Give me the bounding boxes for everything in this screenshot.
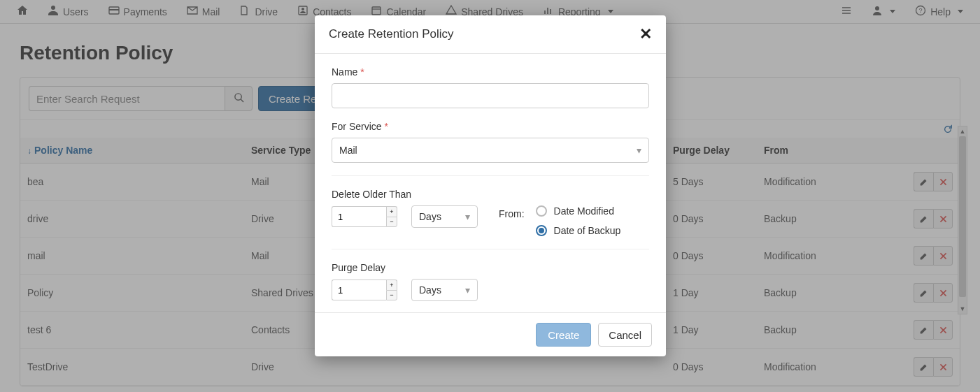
- chevron-down-icon: ▾: [637, 145, 641, 156]
- radio-date-backup[interactable]: Date of Backup: [536, 225, 621, 236]
- radio-icon: [536, 205, 547, 217]
- modal-title: Create Retention Policy: [329, 27, 454, 41]
- cancel-button[interactable]: Cancel: [598, 323, 652, 347]
- close-icon[interactable]: ✕: [639, 27, 652, 42]
- create-button[interactable]: Create: [536, 323, 591, 347]
- radio-selected-icon: [536, 225, 547, 236]
- service-label: For Service *: [332, 121, 649, 132]
- service-select[interactable]: Mail ▾: [332, 138, 649, 163]
- purge-unit-select[interactable]: Days ▾: [411, 279, 478, 301]
- chevron-down-icon: ▾: [465, 284, 470, 296]
- create-policy-modal: Create Retention Policy ✕ Name * For Ser…: [315, 15, 666, 356]
- delete-value-up[interactable]: +: [386, 206, 397, 217]
- chevron-down-icon: ▾: [465, 211, 470, 222]
- purge-delay-label: Purge Delay: [332, 262, 649, 273]
- name-label: Name *: [332, 66, 649, 78]
- purge-value-up[interactable]: +: [386, 280, 397, 290]
- delete-older-label: Delete Older Than: [332, 189, 649, 200]
- radio-date-modified[interactable]: Date Modified: [536, 205, 621, 217]
- name-input[interactable]: [332, 83, 649, 108]
- from-label: From:: [499, 205, 525, 219]
- delete-value-input[interactable]: [332, 206, 386, 227]
- purge-value-input[interactable]: [332, 280, 386, 300]
- delete-unit-select[interactable]: Days ▾: [411, 205, 478, 228]
- purge-value-down[interactable]: −: [386, 290, 397, 300]
- delete-value-down[interactable]: −: [386, 217, 397, 227]
